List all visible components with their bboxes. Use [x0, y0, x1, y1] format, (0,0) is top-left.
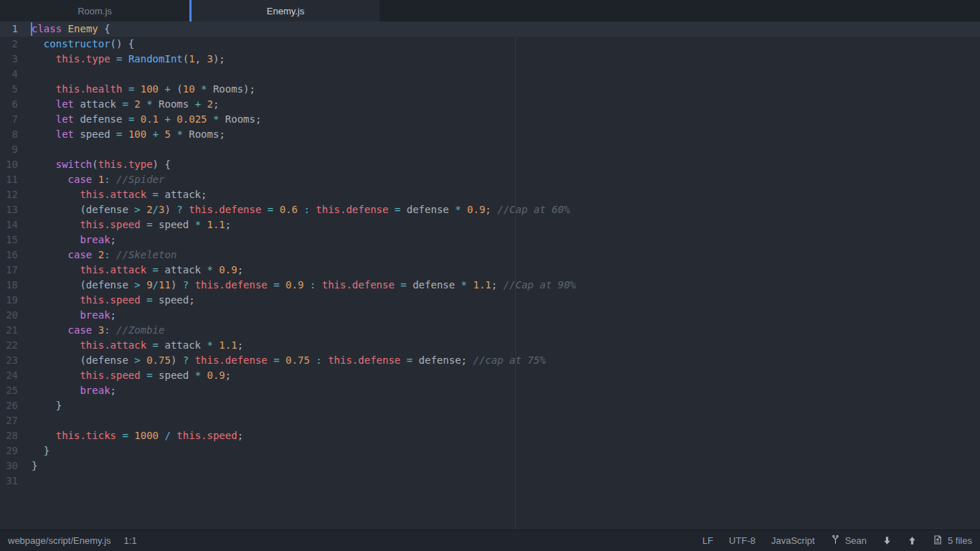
code-text: break; — [18, 383, 116, 398]
code-text: let speed = 100 + 5 * Rooms; — [18, 127, 225, 142]
line-number: 3 — [0, 52, 18, 67]
code-text: } — [18, 458, 37, 474]
line-number: 29 — [0, 443, 18, 458]
code-line[interactable]: 29 } — [0, 443, 980, 458]
code-line[interactable]: 20 break; — [0, 308, 980, 323]
code-text: case 3: //Zombie — [18, 323, 164, 338]
code-text — [18, 413, 32, 428]
code-text: let defense = 0.1 + 0.025 * Rooms; — [18, 112, 261, 127]
line-number: 14 — [0, 217, 18, 232]
code-text — [18, 142, 32, 157]
line-number: 19 — [0, 293, 18, 308]
code-line[interactable]: 19 this.speed = speed; — [0, 293, 980, 308]
editor[interactable]: 1class Enemy {2 constructor() {3 this.ty… — [0, 22, 980, 529]
git-branch-indicator[interactable]: Sean — [831, 534, 867, 547]
git-branch-icon — [831, 534, 840, 547]
code-line[interactable]: 5 this.health = 100 + (10 * Rooms); — [0, 82, 980, 97]
code-line[interactable]: 10 switch(this.type) { — [0, 157, 980, 172]
code-text: (defense > 2/3) ? this.defense = 0.6 : t… — [18, 202, 570, 217]
scroll-down-button[interactable] — [882, 536, 892, 545]
code-line[interactable]: 3 this.type = RandomInt(1, 3); — [0, 52, 980, 67]
code-text: break; — [18, 308, 116, 323]
code-line[interactable]: 28 this.ticks = 1000 / this.speed; — [0, 428, 980, 443]
line-number: 21 — [0, 323, 18, 338]
tab-label: Room.js — [77, 6, 112, 17]
code-text: } — [18, 443, 50, 458]
code-line[interactable]: 1class Enemy { — [0, 22, 980, 37]
code-text: } — [18, 398, 62, 413]
code-line[interactable]: 6 let attack = 2 * Rooms + 2; — [0, 97, 980, 112]
line-number: 18 — [0, 278, 18, 293]
code-line[interactable]: 14 this.speed = speed * 1.1; — [0, 217, 980, 232]
file-changes-icon — [933, 534, 943, 547]
code-line[interactable]: 17 this.attack = attack * 0.9; — [0, 263, 980, 278]
code-line[interactable]: 27 — [0, 413, 980, 428]
line-number: 2 — [0, 37, 18, 52]
code-line[interactable]: 24 this.speed = speed * 0.9; — [0, 368, 980, 383]
tab-room-js[interactable]: Room.js — [0, 0, 189, 22]
code-lines: 1class Enemy {2 constructor() {3 this.ty… — [0, 22, 980, 489]
encoding-indicator[interactable]: UTF-8 — [729, 535, 755, 546]
code-text: break; — [18, 232, 116, 248]
code-line[interactable]: 31 — [0, 474, 980, 489]
code-line[interactable]: 13 (defense > 2/3) ? this.defense = 0.6 … — [0, 202, 980, 217]
code-text: switch(this.type) { — [18, 157, 171, 172]
code-line[interactable]: 2 constructor() { — [0, 37, 980, 52]
line-number: 20 — [0, 308, 18, 323]
code-text: this.health = 100 + (10 * Rooms); — [18, 82, 255, 97]
line-number: 15 — [0, 232, 18, 248]
code-text: this.speed = speed; — [18, 293, 195, 308]
tab-enemy-js[interactable]: Enemy.js — [189, 0, 380, 22]
code-line[interactable]: 12 this.attack = attack; — [0, 187, 980, 202]
scroll-up-button[interactable] — [908, 536, 917, 545]
code-line[interactable]: 15 break; — [0, 232, 980, 248]
code-line[interactable]: 7 let defense = 0.1 + 0.025 * Rooms; — [0, 112, 980, 127]
code-text: this.type = RandomInt(1, 3); — [18, 52, 225, 67]
eol-indicator[interactable]: LF — [702, 535, 713, 546]
line-number: 16 — [0, 248, 18, 263]
arrow-down-icon — [882, 536, 892, 545]
line-number: 25 — [0, 383, 18, 398]
line-number: 31 — [0, 474, 18, 489]
code-text: (defense > 0.75) ? this.defense = 0.75 :… — [18, 353, 546, 368]
code-line[interactable]: 21 case 3: //Zombie — [0, 323, 980, 338]
code-line[interactable]: 8 let speed = 100 + 5 * Rooms; — [0, 127, 980, 142]
file-path: webpage/script/Enemy.js — [8, 535, 111, 546]
code-line[interactable]: 23 (defense > 0.75) ? this.defense = 0.7… — [0, 353, 980, 368]
language-indicator[interactable]: JavaScript — [771, 535, 815, 546]
line-number: 10 — [0, 157, 18, 172]
line-number: 11 — [0, 172, 18, 187]
code-line[interactable]: 26 } — [0, 398, 980, 413]
code-line[interactable]: 30} — [0, 458, 980, 474]
code-line[interactable]: 9 — [0, 142, 980, 157]
code-text: this.speed = speed * 1.1; — [18, 217, 231, 232]
code-line[interactable]: 22 this.attack = attack * 1.1; — [0, 338, 980, 353]
code-line[interactable]: 4 — [0, 67, 980, 82]
line-number: 24 — [0, 368, 18, 383]
cursor-position: 1:1 — [124, 535, 137, 546]
code-line[interactable]: 16 case 2: //Skeleton — [0, 248, 980, 263]
code-text: (defense > 9/11) ? this.defense = 0.9 : … — [18, 278, 576, 293]
code-line[interactable]: 25 break; — [0, 383, 980, 398]
line-number: 6 — [0, 97, 18, 112]
line-number: 30 — [0, 458, 18, 474]
code-line[interactable]: 11 case 1: //Spider — [0, 172, 980, 187]
tab-label: Enemy.js — [267, 6, 305, 17]
caret — [31, 22, 32, 36]
code-text: this.attack = attack * 0.9; — [18, 263, 243, 278]
line-number: 28 — [0, 428, 18, 443]
code-text: let attack = 2 * Rooms + 2; — [18, 97, 219, 112]
arrow-up-icon — [908, 536, 917, 545]
line-number: 1 — [0, 22, 18, 37]
line-number: 27 — [0, 413, 18, 428]
status-bar: webpage/script/Enemy.js 1:1 LF UTF-8 Jav… — [0, 529, 980, 551]
line-number: 17 — [0, 263, 18, 278]
line-number: 26 — [0, 398, 18, 413]
code-text: this.ticks = 1000 / this.speed; — [18, 428, 243, 443]
code-text — [18, 474, 32, 489]
line-number: 4 — [0, 67, 18, 82]
line-number: 13 — [0, 202, 18, 217]
git-branch-name: Sean — [845, 535, 867, 546]
code-line[interactable]: 18 (defense > 9/11) ? this.defense = 0.9… — [0, 278, 980, 293]
project-files-indicator[interactable]: 5 files — [933, 534, 972, 547]
